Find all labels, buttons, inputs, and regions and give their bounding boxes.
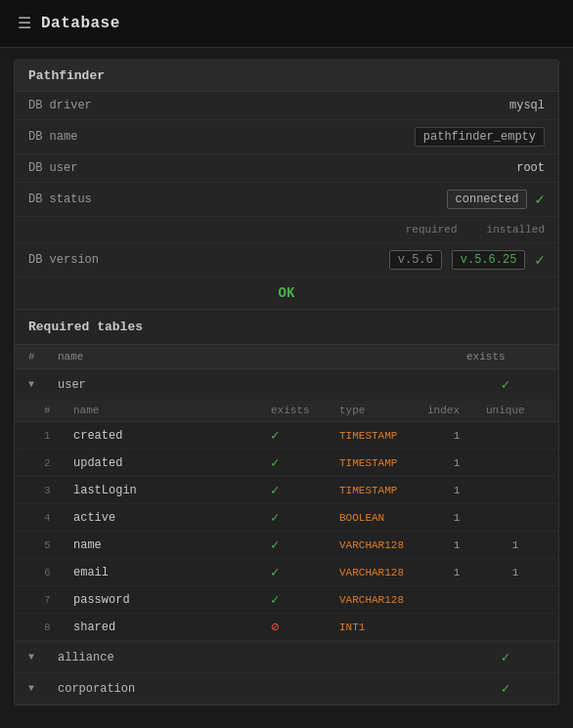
main-content: Pathfinder DB driver mysql DB name pathf…: [0, 48, 573, 717]
table-row: 1 created ✓ TIMESTAMP 1: [15, 422, 558, 450]
table-row: 2 updated ✓ TIMESTAMP 1: [15, 450, 558, 477]
sub-col-index: index: [427, 405, 486, 416]
sub-col-exists: exists: [271, 405, 339, 416]
table-group-header-alliance[interactable]: ▼ alliance ✓: [15, 642, 558, 672]
exists-icon: ✓: [271, 482, 339, 498]
required-tables-title: Required tables: [15, 310, 558, 345]
db-version-label: DB version: [28, 253, 99, 267]
table-name-alliance: alliance: [58, 651, 466, 664]
chevron-down-icon-alliance: ▼: [28, 652, 58, 663]
col-type: INT1: [339, 621, 427, 633]
db-version-installed-badge: v.5.6.25: [452, 250, 526, 270]
exists-icon: ✓: [271, 454, 339, 471]
col-index: 1: [427, 430, 486, 442]
table-group-header-corporation[interactable]: ▼ corporation ✓: [15, 673, 558, 704]
db-driver-value: mysql: [509, 99, 545, 112]
page-title: Database: [41, 15, 120, 32]
db-name-value: pathfinder_empty: [415, 127, 545, 147]
col-type: TIMESTAMP: [339, 485, 427, 496]
required-label: required: [406, 224, 458, 236]
table-name-user: user: [58, 378, 466, 392]
table-exists-corporation: ✓: [466, 680, 545, 697]
page-header: ☰ Database: [0, 0, 573, 48]
row-number: 7: [44, 594, 73, 606]
table-exists-alliance: ✓: [466, 649, 545, 665]
col-name: lastLogin: [73, 484, 271, 497]
database-icon: ☰: [18, 14, 31, 33]
db-version-values: v.5.6 v.5.6.25 ✓: [389, 250, 545, 270]
sub-col-name: name: [73, 405, 271, 416]
table-group-header-user[interactable]: ▼ user ✓: [15, 369, 558, 400]
installed-label: installed: [487, 224, 545, 236]
sub-col-unique: unique: [486, 405, 545, 416]
tables-col-exists: exists: [466, 351, 545, 363]
table-group-corporation: ▼ corporation ✓: [15, 673, 558, 705]
col-name: active: [73, 511, 271, 525]
pathfinder-card: Pathfinder DB driver mysql DB name pathf…: [14, 60, 559, 706]
db-name-row: DB name pathfinder_empty: [15, 120, 558, 154]
table-row: 8 shared ⊘ INT1: [15, 614, 558, 641]
col-name: created: [73, 429, 271, 443]
user-rows-container: 1 created ✓ TIMESTAMP 1 2 updated ✓ TIME…: [15, 422, 558, 641]
col-type: VARCHAR128: [339, 539, 427, 551]
ok-button[interactable]: OK: [15, 278, 558, 310]
sub-table-user: # name exists type index unique 1 create…: [15, 400, 558, 641]
exists-icon: ✓: [271, 564, 339, 580]
db-status-badge: connected: [447, 190, 528, 209]
row-number: 8: [44, 621, 73, 633]
row-number: 3: [44, 485, 73, 496]
table-row: 3 lastLogin ✓ TIMESTAMP 1: [15, 477, 558, 504]
col-type: BOOLEAN: [339, 512, 427, 524]
table-exists-user: ✓: [466, 376, 545, 393]
col-unique: 1: [486, 567, 545, 578]
db-status-label: DB status: [28, 193, 92, 206]
db-name-label: DB name: [28, 130, 77, 144]
exists-icon: ✓: [271, 427, 339, 444]
sub-col-type: type: [339, 405, 427, 416]
table-group-user: ▼ user ✓ # name exists type index unique…: [15, 369, 558, 642]
db-driver-row: DB driver mysql: [15, 92, 558, 120]
row-number: 6: [44, 567, 73, 578]
table-row: 6 email ✓ VARCHAR128 1 1: [15, 559, 558, 586]
row-number: 4: [44, 512, 73, 524]
col-name: email: [73, 566, 271, 579]
db-user-row: DB user root: [15, 154, 558, 183]
sub-col-hash: #: [44, 405, 73, 416]
version-labels-row: required installed: [15, 217, 558, 243]
table-name-corporation: corporation: [58, 682, 466, 696]
col-index: 1: [427, 539, 486, 551]
db-version-row: DB version v.5.6 v.5.6.25 ✓: [15, 243, 558, 278]
db-user-value: root: [516, 161, 545, 175]
exists-icon: ✓: [271, 536, 339, 553]
row-number: 5: [44, 539, 73, 551]
col-type: TIMESTAMP: [339, 457, 427, 469]
col-type: VARCHAR128: [339, 594, 427, 606]
chevron-down-icon-corporation: ▼: [28, 683, 58, 694]
exists-icon: ✓: [271, 509, 339, 526]
col-index: 1: [427, 485, 486, 496]
col-name: shared: [73, 621, 271, 634]
card-header: Pathfinder: [15, 61, 558, 92]
row-number: 1: [44, 430, 73, 442]
row-number: 2: [44, 457, 73, 469]
tables-col-name: name: [58, 351, 466, 363]
table-row: 7 password ✓ VARCHAR128: [15, 586, 558, 614]
col-name: name: [73, 538, 271, 552]
col-index: 1: [427, 457, 486, 469]
sub-table-header: # name exists type index unique: [15, 400, 558, 422]
table-group-alliance: ▼ alliance ✓: [15, 642, 558, 673]
db-status-row: DB status connected ✓: [15, 183, 558, 217]
db-version-required-badge: v.5.6: [389, 250, 442, 270]
db-version-check-icon: ✓: [535, 250, 545, 270]
col-name: password: [73, 593, 271, 607]
col-type: TIMESTAMP: [339, 430, 427, 442]
db-driver-label: DB driver: [28, 99, 92, 112]
db-status-check-icon: ✓: [535, 190, 545, 209]
col-name: updated: [73, 456, 271, 470]
not-exists-icon: ⊘: [271, 619, 339, 635]
exists-icon: ✓: [271, 591, 339, 608]
col-unique: 1: [486, 539, 545, 551]
col-type: VARCHAR128: [339, 567, 427, 578]
col-index: 1: [427, 512, 486, 524]
table-row: 5 name ✓ VARCHAR128 1 1: [15, 532, 558, 559]
